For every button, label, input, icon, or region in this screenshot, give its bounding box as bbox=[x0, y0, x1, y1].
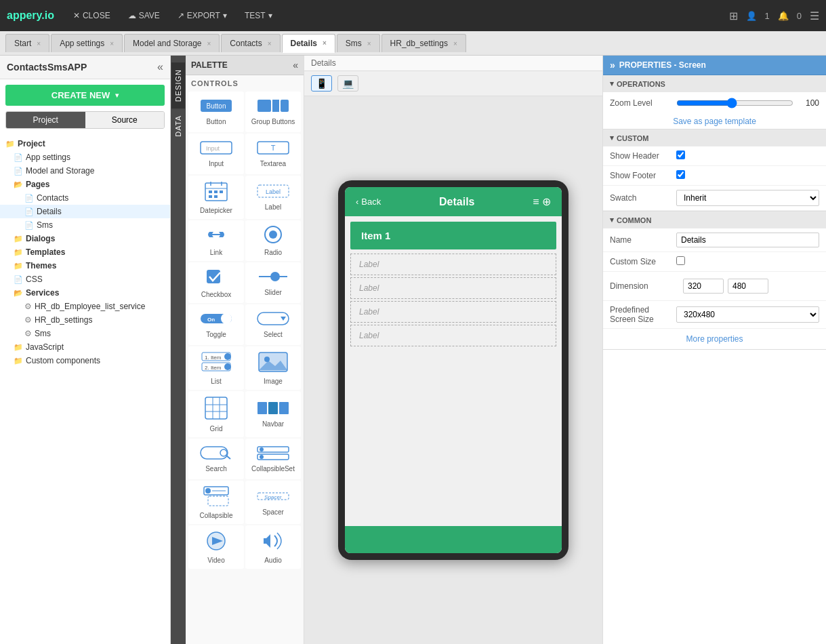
phone-back-button[interactable]: ‹ Back bbox=[356, 197, 381, 207]
sidebar-item-project[interactable]: 📁 Project bbox=[0, 137, 170, 150]
tab-details[interactable]: Details × bbox=[282, 34, 335, 53]
palette-item-video[interactable]: Video bbox=[188, 525, 244, 569]
tablet-view-button[interactable]: 💻 bbox=[337, 75, 358, 92]
test-button[interactable]: TEST ▾ bbox=[239, 8, 278, 23]
more-properties-link[interactable]: More properties bbox=[603, 329, 826, 349]
tab-close-contacts[interactable]: × bbox=[268, 40, 272, 47]
image-svg bbox=[257, 351, 289, 373]
test-dropdown-icon: ▾ bbox=[268, 11, 272, 20]
phone-label-2: Label bbox=[350, 301, 556, 323]
sidebar-item-templates[interactable]: 📁 Templates bbox=[0, 245, 170, 259]
select-svg bbox=[256, 311, 290, 326]
close-button[interactable]: ✕ CLOSE bbox=[68, 8, 116, 23]
palette-item-audio[interactable]: Audio bbox=[245, 525, 301, 569]
sidebar-item-dialogs[interactable]: 📁 Dialogs bbox=[0, 232, 170, 245]
predefined-size-select[interactable]: 320x480 bbox=[676, 306, 819, 323]
sidebar-item-javascript[interactable]: 📁 JavaScript bbox=[0, 340, 170, 354]
props-operations-header[interactable]: ▾ OPERATIONS bbox=[603, 75, 826, 92]
sidebar-item-custom-components[interactable]: 📁 Custom components bbox=[0, 354, 170, 367]
dimension-width-input[interactable] bbox=[683, 279, 724, 294]
name-row: Name bbox=[603, 228, 826, 252]
sidebar-item-app-settings[interactable]: 📄 App settings bbox=[0, 150, 170, 164]
tab-project[interactable]: Project bbox=[6, 112, 85, 128]
show-footer-checkbox[interactable] bbox=[676, 170, 685, 179]
tab-source[interactable]: Source bbox=[85, 112, 165, 128]
menu-grid-icon[interactable]: ⊞ bbox=[729, 9, 738, 22]
sidebar-item-css[interactable]: 📄 CSS bbox=[0, 273, 170, 286]
sidebar-item-sms[interactable]: 📄 Sms bbox=[0, 218, 170, 232]
palette-item-navbar[interactable]: Navbar bbox=[245, 391, 301, 437]
svg-rect-41 bbox=[205, 397, 227, 419]
svg-text:Button: Button bbox=[207, 102, 226, 110]
close-x-icon: ✕ bbox=[73, 11, 80, 20]
svg-text:On: On bbox=[207, 317, 215, 323]
tab-model-storage[interactable]: Model and Storage × bbox=[124, 34, 220, 52]
palette-item-collapsible[interactable]: Collapsible bbox=[188, 481, 244, 524]
tab-close-details[interactable]: × bbox=[323, 39, 327, 47]
tab-close-model-storage[interactable]: × bbox=[207, 40, 211, 47]
phone-label-0: Label bbox=[350, 254, 556, 275]
palette-item-grid[interactable]: Grid bbox=[188, 391, 244, 437]
sidebar-item-sms-service[interactable]: ⚙ Sms bbox=[0, 327, 170, 340]
collapsible-set-svg bbox=[256, 445, 290, 460]
folder-icon: 📁 bbox=[14, 248, 23, 257]
folder-icon: 📁 bbox=[14, 343, 23, 352]
group-buttons-icon bbox=[256, 98, 290, 115]
sidebar-item-model-storage[interactable]: 📄 Model and Storage bbox=[0, 164, 170, 178]
save-template-link[interactable]: Save as page template bbox=[603, 114, 826, 129]
palette-item-select[interactable]: Select bbox=[245, 304, 301, 345]
sidebar-item-services[interactable]: 📂 Services bbox=[0, 286, 170, 300]
palette-item-list[interactable]: 1. Item 2. Item List bbox=[188, 346, 244, 390]
palette-item-radio[interactable]: Radio bbox=[245, 220, 301, 261]
tab-close-start[interactable]: × bbox=[37, 40, 41, 47]
palette-collapse-button[interactable]: « bbox=[293, 60, 298, 71]
tab-close-hr-db[interactable]: × bbox=[453, 40, 457, 47]
sidebar-item-details[interactable]: 📄 Details bbox=[0, 205, 170, 218]
props-custom-header[interactable]: ▾ CUSTOM bbox=[603, 129, 826, 146]
tab-app-settings[interactable]: App settings × bbox=[51, 34, 123, 52]
sidebar-item-pages[interactable]: 📂 Pages bbox=[0, 178, 170, 191]
tab-sms[interactable]: Sms × bbox=[337, 34, 380, 52]
palette-item-link[interactable]: Link bbox=[188, 220, 244, 261]
canvas-area: Details 📱 💻 ‹ Back Details ≡ ⊕ bbox=[304, 56, 602, 644]
phone-header: ‹ Back Details ≡ ⊕ bbox=[345, 187, 562, 216]
palette-item-search[interactable]: Search bbox=[188, 439, 244, 479]
zoom-slider[interactable] bbox=[676, 98, 793, 108]
sidebar-item-contacts[interactable]: 📄 Contacts bbox=[0, 191, 170, 205]
palette-item-spacer[interactable]: Spacer Spacer bbox=[245, 481, 301, 524]
tab-close-app-settings[interactable]: × bbox=[110, 40, 114, 47]
palette-item-input[interactable]: Input Input bbox=[188, 134, 244, 174]
sidebar-item-hr-settings[interactable]: ⚙ HR_db_settings bbox=[0, 313, 170, 327]
save-button[interactable]: ☁ SAVE bbox=[123, 8, 165, 23]
palette-item-image[interactable]: Image bbox=[245, 346, 301, 390]
sidebar-item-themes[interactable]: 📁 Themes bbox=[0, 259, 170, 273]
palette-item-slider[interactable]: Slider bbox=[245, 262, 301, 303]
tab-start[interactable]: Start × bbox=[5, 34, 49, 52]
show-header-checkbox[interactable] bbox=[676, 150, 685, 159]
dimension-height-input[interactable] bbox=[728, 279, 768, 294]
sidebar-collapse-button[interactable]: « bbox=[157, 61, 163, 73]
tab-close-sms[interactable]: × bbox=[367, 40, 371, 47]
palette-item-group-buttons[interactable]: Group Buttons bbox=[245, 92, 301, 132]
palette-item-collapsible-set[interactable]: CollapsibleSet bbox=[245, 439, 301, 479]
palette-item-datepicker[interactable]: Datepicker bbox=[188, 176, 244, 219]
palette-item-button[interactable]: Button Button bbox=[188, 92, 244, 132]
mobile-view-button[interactable]: 📱 bbox=[311, 75, 332, 92]
export-button[interactable]: ↗ EXPORT ▾ bbox=[172, 8, 232, 23]
tab-design[interactable]: DESIGN bbox=[171, 62, 185, 108]
tab-contacts[interactable]: Contacts × bbox=[221, 34, 280, 52]
props-common-header[interactable]: ▾ COMMON bbox=[603, 212, 826, 228]
hamburger-icon[interactable]: ☰ bbox=[810, 9, 819, 22]
sidebar-item-hr-employee[interactable]: ⚙ HR_db_Employee_list_service bbox=[0, 300, 170, 313]
palette-item-toggle[interactable]: On Toggle bbox=[188, 304, 244, 345]
name-input[interactable] bbox=[676, 233, 819, 247]
palette-item-checkbox[interactable]: Checkbox bbox=[188, 262, 244, 303]
create-new-button[interactable]: CREATE NEW ▾ bbox=[5, 85, 165, 106]
tab-hr-db-settings[interactable]: HR_db_settings × bbox=[381, 34, 466, 52]
palette-item-textarea[interactable]: T Textarea bbox=[245, 134, 301, 174]
tab-data[interactable]: DATA bbox=[171, 108, 185, 144]
swatch-select[interactable]: Inherit bbox=[676, 190, 819, 206]
phone-menu-icon[interactable]: ≡ ⊕ bbox=[533, 195, 551, 208]
custom-size-checkbox[interactable] bbox=[676, 256, 685, 265]
palette-item-label[interactable]: Label Label bbox=[245, 176, 301, 219]
